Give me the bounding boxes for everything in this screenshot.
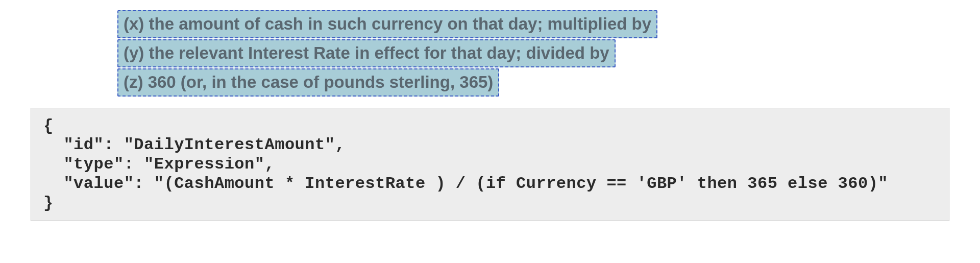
definition-x: (x) the amount of cash in such currency … [117,10,657,38]
code-line-3: "type": "Expression", [43,155,275,174]
definition-y: (y) the relevant Interest Rate in effect… [117,39,616,67]
code-line-4: "value": "(CashAmount * InterestRate ) /… [43,174,888,193]
code-line-2: "id": "DailyInterestAmount", [43,135,345,154]
definitions-block: (x) the amount of cash in such currency … [117,10,949,98]
definition-z: (z) 360 (or, in the case of pounds sterl… [117,68,499,97]
code-line-5: } [43,194,54,212]
code-line-1: { [43,116,54,135]
code-block: { "id": "DailyInterestAmount", "type": "… [31,108,949,222]
